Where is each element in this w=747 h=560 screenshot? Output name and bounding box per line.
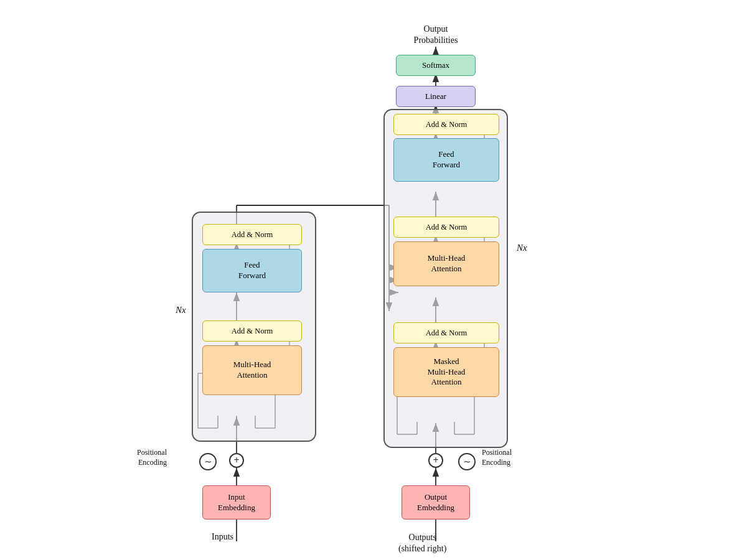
softmax-box: Softmax — [396, 55, 476, 76]
encoder-multi-head-attention: Multi-Head Attention — [202, 345, 302, 395]
encoder-add-norm-top: Add & Norm — [202, 224, 302, 245]
inputs-label: Inputs — [212, 532, 233, 542]
decoder-masked-multi-head: Masked Multi-Head Attention — [393, 347, 499, 397]
encoder-positional-encoding-label: Positional Encoding — [137, 448, 167, 467]
decoder-multi-head-attention: Multi-Head Attention — [393, 241, 499, 286]
outputs-label: Outputs (shifted right) — [398, 532, 446, 554]
decoder-positional-encoding-label: Positional Encoding — [482, 448, 512, 467]
output-probabilities-label: Output Probabilities — [389, 24, 482, 46]
linear-box: Linear — [396, 86, 476, 107]
decoder-feed-forward: Feed Forward — [393, 138, 499, 182]
decoder-wave: ∼ — [458, 453, 476, 470]
decoder-output-embedding: Output Embedding — [402, 485, 470, 520]
encoder-input-embedding: Input Embedding — [202, 485, 271, 520]
decoder-add-norm-top: Add & Norm — [393, 114, 499, 135]
decoder-plus-circle: + — [428, 453, 443, 468]
encoder-nx-label: Nx — [176, 305, 186, 315]
decoder-nx-label: Nx — [517, 243, 527, 253]
decoder-add-norm-bot: Add & Norm — [393, 322, 499, 343]
encoder-feed-forward: Feed Forward — [202, 249, 302, 292]
encoder-add-norm-bottom: Add & Norm — [202, 320, 302, 342]
diagram: Nx Add & Norm Feed Forward Add & Norm Mu… — [0, 0, 747, 560]
arrows-svg — [0, 0, 747, 560]
decoder-add-norm-mid: Add & Norm — [393, 217, 499, 238]
encoder-plus-circle: + — [229, 453, 244, 468]
encoder-wave: ∼ — [199, 453, 217, 470]
